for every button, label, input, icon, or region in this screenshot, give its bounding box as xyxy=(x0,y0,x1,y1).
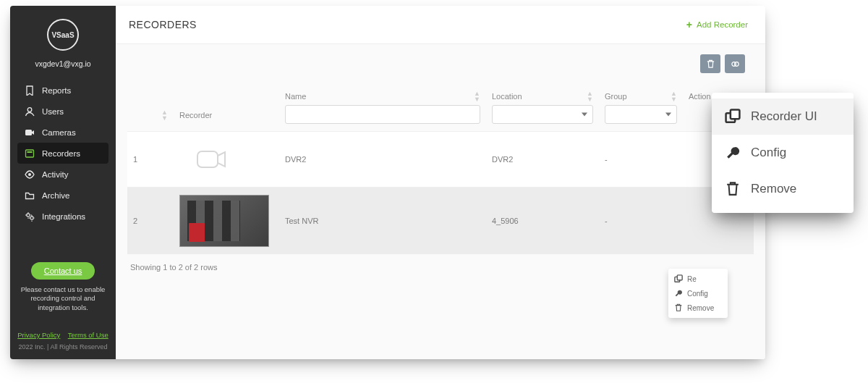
menu-item-remove[interactable]: Remove xyxy=(712,171,854,207)
sidebar-item-recorders[interactable]: Recorders xyxy=(17,143,109,164)
bulk-link-button[interactable] xyxy=(725,54,745,73)
account-email: vxgdev1@vxg.io xyxy=(10,55,116,80)
brand-text: VSaaS xyxy=(51,31,74,39)
sidebar-item-reports[interactable]: Reports xyxy=(17,80,109,101)
table-footer: Showing 1 to 2 of 2 rows xyxy=(127,254,754,280)
link-icon xyxy=(730,59,741,69)
menu-item-recorder-ui[interactable]: Re xyxy=(668,272,728,286)
sidebar-item-label: Archive xyxy=(42,191,69,200)
row-group: - xyxy=(599,188,683,255)
group-filter-select[interactable] xyxy=(605,105,677,124)
legal-block: Privacy Policy Terms of Use 2022 Inc. | … xyxy=(10,319,116,359)
recorder-ui-icon xyxy=(674,274,683,283)
copyright-text: 2022 Inc. | All Rights Reserved xyxy=(17,343,109,351)
location-filter-select[interactable] xyxy=(492,105,593,124)
camera-icon xyxy=(25,127,35,138)
contact-us-button[interactable]: Contact us xyxy=(31,262,95,280)
bulk-delete-button[interactable] xyxy=(700,54,720,73)
add-recorder-button[interactable]: + Add Recorder xyxy=(686,19,748,30)
folder-icon xyxy=(25,190,35,201)
row-index: 1 xyxy=(127,132,174,188)
row-name: DVR2 xyxy=(279,132,486,188)
trash-icon xyxy=(725,181,741,197)
row-action-menu-small: Re Config Remove xyxy=(668,269,728,318)
table-row[interactable]: 2 Test NVR 4_5906 - xyxy=(127,188,754,255)
sidebar-item-activity[interactable]: Activity xyxy=(17,164,109,185)
user-icon xyxy=(25,106,35,117)
recorders-table: ▲▼ Recorder Name▲▼ Location▲▼ xyxy=(127,86,754,254)
col-name[interactable]: Name▲▼ xyxy=(279,86,486,132)
terms-link[interactable]: Terms of Use xyxy=(68,331,109,339)
contact-note: Please contact us to enable recording co… xyxy=(20,285,106,312)
sidebar-item-label: Activity xyxy=(42,170,68,179)
sidebar-item-cameras[interactable]: Cameras xyxy=(17,122,109,143)
name-filter-input[interactable] xyxy=(285,105,480,124)
topbar: RECORDERS + Add Recorder xyxy=(116,6,765,44)
col-group[interactable]: Group▲▼ xyxy=(599,86,683,132)
menu-item-remove[interactable]: Remove xyxy=(668,301,728,315)
sidebar: VSaaS vxgdev1@vxg.io Reports Users Camer… xyxy=(10,6,116,359)
row-thumbnail xyxy=(174,132,279,188)
sort-icon: ▲▼ xyxy=(587,91,593,102)
plus-icon: + xyxy=(686,19,692,30)
app-shell: VSaaS vxgdev1@vxg.io Reports Users Camer… xyxy=(10,6,765,359)
menu-item-recorder-ui[interactable]: Recorder UI xyxy=(712,98,854,135)
trash-icon xyxy=(706,59,715,69)
bulk-toolbar xyxy=(700,54,745,73)
col-index[interactable]: ▲▼ xyxy=(127,86,174,132)
sort-icon: ▲▼ xyxy=(161,109,168,121)
row-location: 4_5906 xyxy=(486,188,599,255)
sidebar-item-label: Users xyxy=(42,107,64,116)
sidebar-item-users[interactable]: Users xyxy=(17,101,109,122)
menu-item-config[interactable]: Config xyxy=(712,135,854,171)
contact-block: Contact us Please contact us to enable r… xyxy=(10,262,116,319)
sidebar-item-label: Cameras xyxy=(42,128,76,137)
page-title: RECORDERS xyxy=(129,19,197,30)
col-location[interactable]: Location▲▼ xyxy=(486,86,599,132)
recorder-icon xyxy=(25,148,35,159)
privacy-link[interactable]: Privacy Policy xyxy=(17,331,60,339)
row-name: Test NVR xyxy=(279,188,486,255)
sort-icon: ▲▼ xyxy=(671,91,677,102)
content-area: ▲▼ Recorder Name▲▼ Location▲▼ xyxy=(116,44,765,292)
recorder-ui-icon xyxy=(725,109,741,125)
camera-thumbnail-image xyxy=(179,195,269,247)
sidebar-item-label: Integrations xyxy=(42,212,85,221)
row-location: DVR2 xyxy=(486,132,599,188)
table-row[interactable]: 1 DVR2 DVR2 - ··· xyxy=(127,132,754,188)
row-index: 2 xyxy=(127,188,174,255)
col-recorder[interactable]: Recorder xyxy=(174,86,279,132)
camera-placeholder-icon xyxy=(179,139,244,180)
bookmark-icon xyxy=(25,85,35,96)
row-group: - xyxy=(599,132,683,188)
gears-icon xyxy=(25,211,35,222)
wrench-icon xyxy=(674,289,683,298)
sidebar-item-integrations[interactable]: Integrations xyxy=(17,206,109,227)
row-thumbnail xyxy=(174,188,279,255)
wrench-icon xyxy=(725,145,741,161)
trash-icon xyxy=(674,303,683,312)
sidebar-item-label: Reports xyxy=(42,86,71,95)
add-recorder-label: Add Recorder xyxy=(697,20,748,29)
main-content: RECORDERS + Add Recorder xyxy=(116,6,765,359)
eye-icon xyxy=(25,169,35,180)
sidebar-item-label: Recorders xyxy=(42,149,80,158)
menu-item-config[interactable]: Config xyxy=(668,286,728,301)
sidebar-nav: Reports Users Cameras Recorders Activity… xyxy=(10,80,116,227)
sort-icon: ▲▼ xyxy=(474,91,480,102)
row-action-menu-large: Recorder UI Config Remove xyxy=(712,93,854,213)
brand-logo: VSaaS xyxy=(10,16,116,55)
sidebar-item-archive[interactable]: Archive xyxy=(17,185,109,206)
